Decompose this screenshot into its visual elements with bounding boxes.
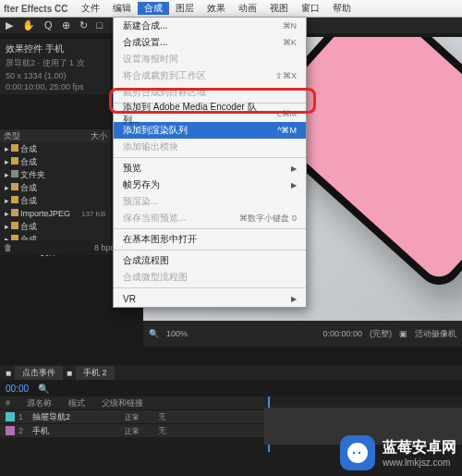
project-item[interactable]: ▸合成 [0,155,111,168]
watermark-title: 蓝莓安卓网 [383,438,456,458]
time-ruler[interactable] [264,397,462,408]
menu-edit[interactable]: 编辑 [106,2,138,15]
search-icon[interactable]: 🔍 [38,384,49,394]
menu-item[interactable]: 添加到 Adobe Media Encoder 队列...⌥⌘M [114,105,306,122]
tool-icon[interactable]: ✋ [22,19,35,31]
menu-file[interactable]: 文件 [75,2,106,15]
menu-item: 保存当前预览...⌘数字小键盘 0 [114,210,306,226]
project-col-type[interactable]: 类型 [4,130,20,142]
effects-tab[interactable]: 效果控件 手机 [6,43,105,55]
viewer-footer: 🔍 100% 0:00:00:00 (完整) ▣ 活动摄像机 [143,321,462,347]
timecode[interactable]: 0:00:00:00 [322,329,362,338]
timeline-tab-marker: ■ [6,368,11,378]
tool-icon[interactable]: ▶ [6,19,13,31]
tool-icon[interactable]: ↻ [79,19,88,31]
project-footer: 🗑 8 bpc [0,240,118,255]
menu-composition[interactable]: 合成 [138,2,169,15]
composition-dropdown: 新建合成...⌘N合成设置...⌘K设置海报时间将合成裁剪到工作区⇧⌘X裁剪合成… [113,17,307,308]
menu-item: 将合成裁剪到工作区⇧⌘X [114,67,306,84]
menu-item[interactable]: 预览 [114,160,306,177]
menu-item: 合成微型流程图 [114,269,306,286]
timeline-tab-1[interactable]: 点击事件 [15,366,63,380]
project-item[interactable]: ▸ImporteJPEG137 KB [0,207,111,220]
effects-info1: 屏导航2 · 使用了 1 次 [6,57,105,69]
project-item[interactable]: ▸合成 [0,220,111,233]
project-header: 类型 大小 [0,129,111,142]
menu-item: 添加输出模块 [114,139,306,155]
menu-item[interactable]: 合成设置...⌘K [114,34,306,51]
col-num: # [6,398,10,408]
menu-help[interactable]: 帮助 [326,2,358,15]
menu-window[interactable]: 窗口 [295,2,326,15]
watermark: 蓝莓安卓网 www.lmkjsz.com [340,435,456,470]
project-item[interactable]: ▸合成 [0,181,111,194]
menu-item: 设置海报时间 [114,51,306,67]
col-parent: 父级和链接 [102,397,143,409]
menu-layer[interactable]: 图层 [169,2,201,15]
effects-panel: 效果控件 手机 屏导航2 · 使用了 1 次 50 x 1334 (1.00) … [0,39,111,94]
project-item[interactable]: ▸合成 [0,142,111,155]
menu-item[interactable]: 合成流程图 [114,252,306,269]
col-mode: 模式 [68,397,85,409]
watermark-url: www.lmkjsz.com [383,458,450,468]
menu-item[interactable]: 在基本图形中打开 [114,231,306,248]
menu-animation[interactable]: 动画 [232,2,263,15]
tool-icon[interactable]: Q [44,19,53,31]
active-camera[interactable]: 活动摄像机 [415,328,456,340]
effects-info2: 50 x 1334 (1.00) [6,71,105,80]
trash-icon[interactable]: 🗑 [4,243,12,252]
camera-icon[interactable]: ▣ [399,329,407,338]
watermark-logo-icon [340,435,375,470]
bpc-label[interactable]: 8 bpc [94,243,115,252]
menu-item[interactable]: VR [114,290,306,307]
timeline-timecode-row: 00:00 🔍 [0,380,462,397]
project-item[interactable]: ▸合成 [0,194,111,207]
tool-icon[interactable]: ⊕ [62,19,70,31]
menu-item[interactable]: 新建合成...⌘N [114,18,306,34]
app-name: fter Effects CC [0,4,75,14]
menubar: fter Effects CC 文件 编辑 合成 图层 效果 动画 视图 窗口 … [0,0,462,18]
menu-effect[interactable]: 效果 [201,2,232,15]
timeline-tab-2[interactable]: 手机 2 [76,366,115,380]
timeline-timecode[interactable]: 00:00 [6,384,29,394]
project-item[interactable]: ▸文件夹 [0,168,111,181]
menu-item[interactable]: 帧另存为 [114,177,306,193]
timeline-tabs: ■ 点击事件 ■ 手机 2 [0,365,462,380]
resolution-label[interactable]: (完整) [370,328,392,340]
project-col-size[interactable]: 大小 [91,130,107,142]
effects-info3: 0:00:10:00, 25:00 fps [6,82,105,92]
tool-icon[interactable]: □ [97,19,103,31]
project-panel: 类型 大小 ▸合成▸合成▸文件夹▸合成▸合成▸ImporteJPEG137 KB… [0,129,111,240]
col-name: 源名称 [27,397,52,409]
timeline-tab-marker2: ■ [67,368,72,378]
zoom-level[interactable]: 100% [166,329,188,338]
magnify-icon[interactable]: 🔍 [149,329,159,338]
menu-view[interactable]: 视图 [263,2,295,15]
menu-item: 预渲染... [114,193,306,210]
menu-item: 裁剪合成到目标区域 [114,84,306,101]
